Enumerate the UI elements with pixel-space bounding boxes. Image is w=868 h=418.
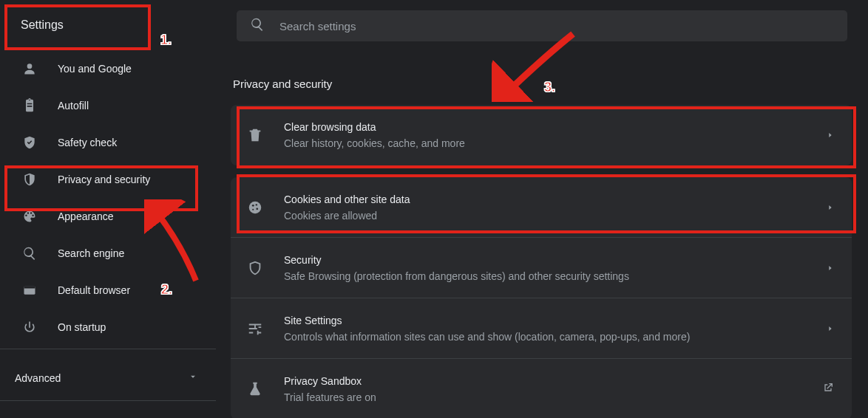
divider — [0, 349, 216, 349]
row-title: Privacy Sandbox — [284, 375, 822, 387]
row-subtitle: Controls what information sites can use … — [284, 331, 827, 343]
card-list-main: Cookies and other site data Cookies are … — [231, 177, 852, 418]
search-box[interactable] — [237, 10, 847, 41]
divider — [0, 400, 216, 401]
sidebar-item-label: Safety check — [58, 137, 117, 148]
sidebar-advanced[interactable]: Advanced — [0, 358, 216, 397]
clipboard-icon — [22, 98, 37, 113]
row-title: Cookies and other site data — [284, 193, 827, 205]
settings-title: Settings — [0, 0, 216, 50]
shield-outline-icon — [247, 260, 263, 276]
row-privacy-sandbox[interactable]: Privacy Sandbox Trial features are on — [231, 359, 852, 418]
row-title: Security — [284, 254, 827, 266]
search-icon — [250, 17, 265, 35]
sidebar-item-appearance[interactable]: Appearance — [0, 198, 216, 235]
page-title: Privacy and security — [231, 52, 852, 105]
sidebar-item-label: Default browser — [58, 284, 130, 296]
palette-icon — [22, 209, 37, 224]
advanced-label: Advanced — [15, 372, 61, 384]
flask-icon — [247, 381, 263, 397]
trash-icon — [247, 127, 263, 143]
sidebar-item-default-browser[interactable]: Default browser — [0, 272, 216, 309]
cookie-icon — [247, 199, 263, 216]
row-site-settings[interactable]: Site Settings Controls what information … — [231, 298, 852, 359]
sidebar-item-label: You and Google — [58, 63, 132, 75]
sidebar-item-label: Search engine — [58, 247, 124, 259]
chevron-down-icon — [188, 371, 198, 384]
chevron-right-icon — [827, 261, 834, 275]
shield-check-icon — [22, 135, 37, 150]
sidebar-item-label: Autofill — [58, 100, 89, 112]
browser-icon — [22, 283, 37, 298]
search-input[interactable] — [279, 20, 834, 32]
svg-rect-2 — [24, 286, 35, 288]
sidebar-item-label: On startup — [58, 321, 106, 333]
launch-icon — [822, 382, 834, 397]
row-subtitle: Cookies are allowed — [284, 210, 827, 222]
svg-point-6 — [256, 208, 258, 210]
svg-point-3 — [249, 201, 262, 213]
power-icon — [22, 320, 37, 335]
chevron-right-icon — [827, 129, 834, 142]
search-icon — [22, 246, 37, 261]
chevron-right-icon — [827, 201, 834, 214]
chevron-right-icon — [827, 322, 834, 335]
sidebar: Settings You and Google Autofill Safety … — [0, 0, 216, 418]
svg-point-7 — [252, 208, 254, 210]
sidebar-item-autofill[interactable]: Autofill — [0, 87, 216, 124]
svg-point-5 — [256, 204, 257, 205]
sidebar-item-label: Privacy and security — [58, 174, 150, 185]
sidebar-item-you-and-google[interactable]: You and Google — [0, 50, 216, 87]
sidebar-item-safety-check[interactable]: Safety check — [0, 124, 216, 161]
row-cookies[interactable]: Cookies and other site data Cookies are … — [231, 177, 852, 238]
sidebar-item-privacy-security[interactable]: Privacy and security — [0, 161, 216, 198]
svg-point-4 — [252, 204, 254, 206]
shield-icon — [22, 172, 37, 187]
row-title: Site Settings — [284, 315, 827, 326]
sidebar-item-search-engine[interactable]: Search engine — [0, 235, 216, 272]
card-list-top: Clear browsing data Clear history, cooki… — [231, 105, 852, 165]
row-title: Clear browsing data — [284, 121, 827, 133]
svg-point-0 — [27, 64, 33, 69]
row-subtitle: Trial features are on — [284, 391, 822, 403]
row-security[interactable]: Security Safe Browsing (protection from … — [231, 238, 852, 298]
row-clear-browsing-data[interactable]: Clear browsing data Clear history, cooki… — [231, 105, 852, 165]
sidebar-item-on-startup[interactable]: On startup — [0, 309, 216, 346]
tune-icon — [247, 321, 263, 337]
main-content: Privacy and security Clear browsing data… — [216, 0, 868, 418]
sidebar-item-label: Appearance — [58, 210, 114, 222]
row-subtitle: Clear history, cookies, cache, and more — [284, 137, 827, 149]
person-icon — [22, 61, 37, 76]
row-subtitle: Safe Browsing (protection from dangerous… — [284, 270, 827, 282]
